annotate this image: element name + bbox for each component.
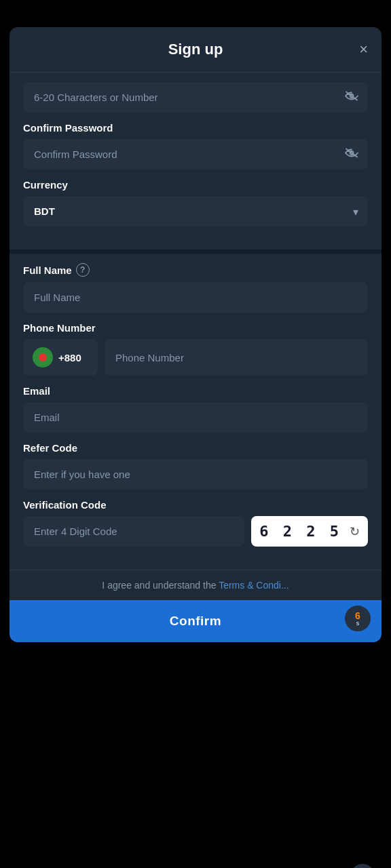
verification-code-label: Verification Code (23, 499, 368, 511)
confirm-password-input[interactable] (23, 139, 368, 170)
email-field-group: Email (23, 385, 368, 433)
refer-code-input[interactable] (23, 459, 368, 490)
timer-badge: 6 s (343, 604, 372, 633)
confirm-password-input-wrapper (23, 139, 368, 170)
password-input-wrapper (23, 82, 368, 113)
currency-label: Currency (23, 179, 368, 191)
email-label: Email (23, 385, 368, 397)
full-name-input[interactable] (23, 282, 368, 313)
verification-row: 6 2 2 5 ↻ (23, 516, 368, 547)
refer-code-label: Refer Code (23, 442, 368, 454)
verification-code-field-group: Verification Code 6 2 2 5 ↻ (23, 499, 368, 547)
modal-overlay: Sign up × Confirm Pa (0, 0, 391, 868)
email-input[interactable] (23, 402, 368, 433)
signup-modal: Sign up × Confirm Pa (10, 27, 381, 642)
currency-field-group: Currency BDT USD EUR ▾ (23, 179, 368, 226)
confirm-wrapper: Confirm 6 s (10, 600, 381, 642)
full-name-help-icon[interactable]: ? (76, 263, 90, 277)
captcha-text: 6 2 2 5 (259, 523, 341, 540)
terms-text: I agree and understand the (102, 580, 216, 591)
timer-unit: s (356, 620, 360, 627)
timer-value: 6 (355, 611, 360, 620)
country-selector[interactable]: +880 (23, 339, 98, 376)
password-input[interactable] (23, 82, 368, 113)
modal-body: Confirm Password Currency (10, 82, 381, 240)
scroll-top-button[interactable]: ▲ (350, 864, 375, 868)
modal-header: Sign up × (10, 27, 381, 73)
section-divider (10, 250, 381, 254)
currency-select[interactable]: BDT USD EUR (23, 196, 368, 226)
password-field-group (23, 82, 368, 113)
modal-title: Sign up (168, 41, 223, 58)
terms-link[interactable]: Terms & Condi... (219, 580, 288, 591)
confirm-button[interactable]: Confirm (10, 600, 381, 642)
verification-code-input[interactable] (23, 516, 244, 547)
refer-code-field-group: Refer Code (23, 442, 368, 490)
phone-row: +880 (23, 339, 368, 376)
country-code: +880 (58, 352, 81, 363)
confirm-password-eye-icon[interactable] (345, 147, 358, 161)
full-name-label: Full Name ? (23, 263, 368, 277)
captcha-box: 6 2 2 5 ↻ (251, 516, 368, 547)
flag-dot (39, 353, 47, 361)
terms-bar: I agree and understand the Terms & Condi… (10, 570, 381, 600)
phone-number-label: Phone Number (23, 322, 368, 334)
close-button[interactable]: × (359, 42, 368, 57)
refresh-captcha-icon[interactable]: ↻ (350, 524, 360, 539)
phone-number-field-group: Phone Number +880 (23, 322, 368, 376)
modal-body-2: Full Name ? Phone Number +880 (10, 263, 381, 560)
confirm-password-field-group: Confirm Password (23, 122, 368, 170)
flag-circle (33, 347, 53, 368)
phone-number-input[interactable] (105, 339, 368, 376)
full-name-field-group: Full Name ? (23, 263, 368, 313)
currency-select-wrapper: BDT USD EUR ▾ (23, 196, 368, 226)
confirm-password-label: Confirm Password (23, 122, 368, 134)
password-eye-icon[interactable] (345, 90, 358, 104)
